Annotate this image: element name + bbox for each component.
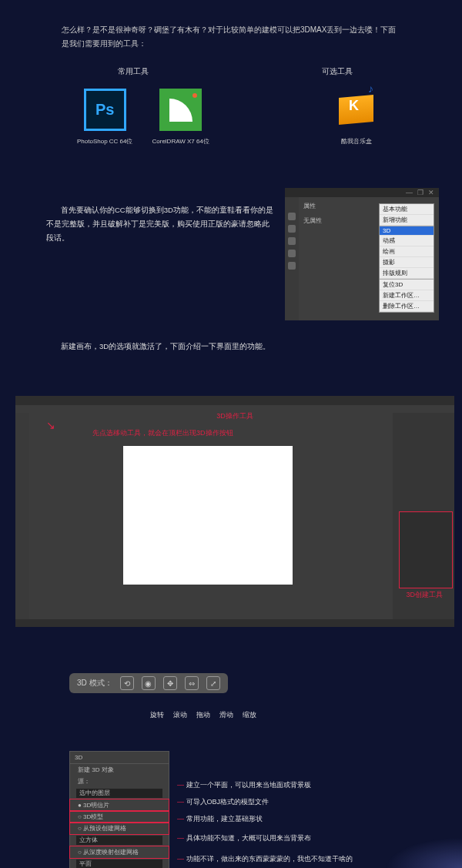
- menu-item[interactable]: 排版规则: [380, 268, 434, 279]
- workspace-dropdown[interactable]: 基本功能 新增功能 3D 动感 绘画 摄影 排版规则 复位3D 新建工作区… 删…: [379, 203, 434, 313]
- desc-preset: 常用功能，建立基础形状: [186, 815, 263, 823]
- annotation-3d-tools: 3D操作工具: [216, 411, 253, 421]
- menu-item[interactable]: 动感: [380, 236, 434, 246]
- panel-titlebar: — ❐ ✕: [285, 188, 439, 197]
- radio-model[interactable]: ○ 3D模型: [70, 811, 169, 823]
- annotation-3d-create: 3D创建工具: [406, 590, 443, 600]
- close-icon[interactable]: ✕: [428, 189, 434, 196]
- mode-scale-icon[interactable]: ⤢: [206, 676, 220, 690]
- section-common-tools: 常用工具: [118, 66, 149, 77]
- photoshop-label: PhotoShop CC 64位: [77, 137, 133, 146]
- menu-item[interactable]: 绘画: [380, 246, 434, 257]
- ps-full-screenshot: ↘ 3D操作工具 先点选移动工具，就会在顶栏出现3D操作按钮 3D创建工具: [15, 396, 454, 627]
- mode-drag-icon[interactable]: ✥: [163, 676, 177, 690]
- annotation-move-tool: 先点选移动工具，就会在顶栏出现3D操作按钮: [92, 428, 233, 438]
- descriptions: — 建立一个平面，可以用来当地面或背景板 — 可导入OBJ格式的模型文件 — 常…: [177, 751, 353, 868]
- mode-rotate-icon[interactable]: ⟲: [120, 676, 134, 690]
- minimize-icon[interactable]: —: [406, 189, 413, 196]
- paragraph-2: 新建画布，3D的选项就激活了，下面介绍一下界面里的功能。: [0, 320, 462, 354]
- 3d-mode-label: 3D 模式：: [77, 678, 112, 689]
- ps-toolbar: [15, 413, 29, 619]
- section-optional-tools: 可选工具: [322, 66, 353, 77]
- ps-workspace-panel: — ❐ ✕ 属性 无属性 基本功能 新增功能 3D 动感 绘画 摄影: [285, 188, 439, 320]
- mode-slide-icon[interactable]: ⇔: [185, 676, 199, 690]
- menu-item[interactable]: 删除工作区…: [380, 301, 434, 312]
- panel-heading: 新建 3D 对象: [70, 764, 169, 776]
- mode-labels-row: 旋转 滚动 拖动 滑动 缩放: [150, 710, 462, 720]
- strip-icon[interactable]: [288, 250, 296, 257]
- menu-item[interactable]: 新增功能: [380, 215, 434, 226]
- menu-item-selected[interactable]: 3D: [380, 226, 434, 236]
- depth-select[interactable]: 平面: [76, 860, 162, 868]
- create-3d-panel: 3D 新建 3D 对象 源： 选中的图层 ● 3D明信片 ○ 3D模型 ○ 从预…: [69, 751, 169, 868]
- coreldraw-icon: [159, 89, 202, 131]
- mode-label-scale: 缩放: [243, 710, 256, 720]
- ps-3d-panel: [399, 511, 453, 588]
- mode-label-drag: 拖动: [196, 710, 210, 720]
- photoshop-icon: Ps: [84, 89, 126, 131]
- strip-icon[interactable]: [288, 237, 296, 245]
- desc-model: 可导入OBJ格式的模型文件: [186, 798, 270, 806]
- preset-select[interactable]: 立方体: [76, 836, 162, 845]
- strip-icon[interactable]: [288, 213, 296, 220]
- mode-label-rotate: 旋转: [150, 710, 164, 720]
- panel-icon-strip: [285, 197, 299, 320]
- desc-volume: 功能不详，做出来的东西蒙蒙蒙的，我也不知道干啥的: [186, 855, 353, 863]
- radio-preset-mesh[interactable]: ○ 从预设创建网格: [70, 823, 169, 834]
- intro-text: 怎么样？是不是很神奇呀？碉堡了有木有？对于比较简单的建模可以把3DMAX丢到一边…: [0, 23, 462, 51]
- ps-canvas: [123, 446, 293, 585]
- menu-item[interactable]: 新建工作区…: [380, 290, 434, 301]
- panel-tab-3d[interactable]: 3D: [75, 754, 82, 761]
- menu-item[interactable]: 摄影: [380, 257, 434, 268]
- mode-label-slide: 滑动: [219, 710, 233, 720]
- annotation-arrow-icon: ↘: [46, 419, 55, 431]
- ps-statusbar: [15, 619, 454, 627]
- paragraph-1: 首先要确认你的CC能够切换到3D功能，不能的童鞋看看你的是不是完整版，并且破解补…: [46, 188, 273, 320]
- menu-item[interactable]: 基本功能: [380, 204, 434, 215]
- source-select[interactable]: 选中的图层: [76, 789, 162, 798]
- source-label: 源：: [78, 778, 90, 785]
- radio-depth-mesh[interactable]: ○ 从深度映射创建网格: [70, 846, 169, 858]
- kuwo-icon: K ♪: [335, 89, 377, 131]
- tool-photoshop: Ps PhotoShop CC 64位: [77, 89, 133, 146]
- tool-coreldraw: CorelDRAW X7 64位: [152, 89, 209, 146]
- tool-kuwo: K ♪ 酷我音乐盒: [335, 89, 377, 146]
- 3d-mode-bar: 3D 模式： ⟲ ◉ ✥ ⇔ ⤢: [69, 673, 228, 693]
- kuwo-label: 酷我音乐盒: [335, 137, 377, 146]
- strip-icon[interactable]: [288, 262, 296, 270]
- desc-postcard: 建立一个平面，可以用来当地面或背景板: [186, 781, 311, 789]
- coreldraw-label: CorelDRAW X7 64位: [152, 137, 209, 146]
- expand-icon[interactable]: ❐: [417, 189, 424, 196]
- radio-postcard[interactable]: ● 3D明信片: [70, 799, 169, 811]
- mode-label-roll: 滚动: [173, 710, 187, 720]
- desc-depth: 具体功能不知道，大概可以用来当背景布: [186, 834, 311, 842]
- ps-menubar: [15, 396, 454, 405]
- menu-item[interactable]: 复位3D: [380, 280, 434, 290]
- mode-roll-icon[interactable]: ◉: [142, 676, 156, 690]
- strip-icon[interactable]: [288, 225, 296, 233]
